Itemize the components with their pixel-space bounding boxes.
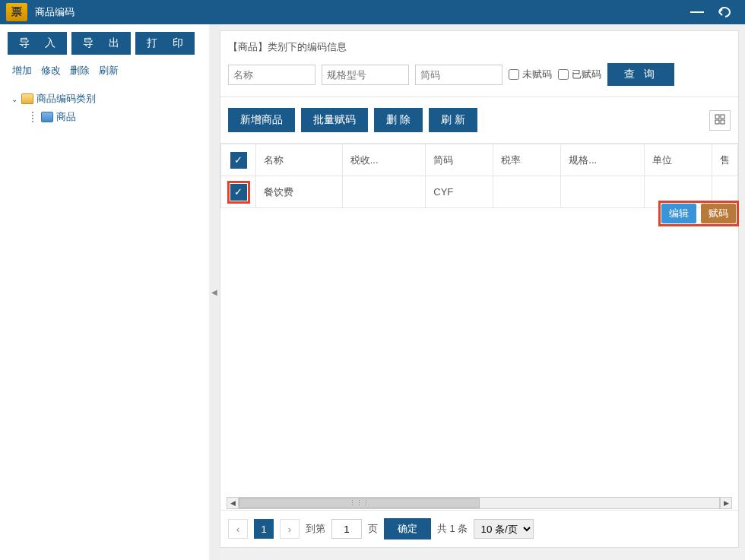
table-row[interactable]: ✓ 餐饮费 CYF [221,176,738,208]
app-logo-icon: 票 [6,3,27,21]
coded-checkbox[interactable]: 已赋码 [558,68,601,81]
per-page-select[interactable]: 10 条/页 [474,519,534,539]
link-refresh[interactable]: 刷新 [99,64,119,78]
collapse-icon[interactable]: ⌄ [11,95,18,103]
col-short[interactable]: 简码 [426,144,493,176]
titlebar: 票 商品编码 [0,0,745,24]
scroll-left-icon[interactable]: ◀ [227,497,239,509]
svg-rect-2 [721,115,724,119]
panel-title: 【商品】类别下的编码信息 [220,31,738,63]
toolbar: 新增商品 批量赋码 删 除 刷 新 [220,97,738,144]
col-name[interactable]: 名称 [256,144,343,176]
window-title: 商品编码 [35,5,684,19]
cell-short: CYF [426,176,493,208]
filter-bar: 未赋码 已赋码 查 询 [220,63,738,97]
svg-rect-4 [721,120,724,124]
cell-name: 餐饮费 [256,176,343,208]
cell-rate [493,176,561,208]
goto-label: 到第 [306,522,325,536]
scroll-right-icon[interactable]: ▶ [720,497,732,509]
link-delete[interactable]: 删除 [70,64,90,78]
add-product-button[interactable]: 新增商品 [228,108,295,132]
uncoded-checkbox[interactable]: 未赋码 [509,68,552,81]
svg-rect-1 [715,115,719,119]
filter-short-input[interactable] [415,65,502,85]
goto-input[interactable] [331,519,362,539]
col-spec[interactable]: 规格... [561,144,645,176]
product-table: ✓ 名称 税收... 简码 税率 规格... 单位 售 ✓ 餐饮费 CYF [220,144,738,208]
goto-confirm-button[interactable]: 确定 [384,518,431,539]
tree-root[interactable]: ⌄ 商品编码类别 [11,90,198,108]
total-label: 共 1 条 [437,522,468,536]
import-button[interactable]: 导 入 [8,32,67,55]
tree: ⌄ 商品编码类别 商品 [0,85,208,131]
horizontal-scrollbar[interactable]: ◀ ⋮⋮⋮ ▶ [227,496,732,510]
tree-child[interactable]: 商品 [32,108,198,126]
column-settings-button[interactable] [709,110,731,131]
cell-tax [342,176,426,208]
query-button[interactable]: 查 询 [607,63,674,86]
col-tax[interactable]: 税收... [342,144,426,176]
tree-child-label: 商品 [56,110,76,124]
tree-connector-icon [32,112,33,122]
sidebar-links: 增加 修改 删除 刷新 [0,59,208,85]
link-edit[interactable]: 修改 [41,64,61,78]
sidebar: 导 入 导 出 打 印 增加 修改 删除 刷新 ⌄ 商品编码类别 商品 [0,24,209,560]
row-checkbox[interactable]: ✓ [230,184,247,201]
minimize-button[interactable] [684,8,710,16]
next-page-button[interactable]: › [280,519,300,539]
page-suffix: 页 [368,522,378,536]
export-button[interactable]: 导 出 [71,32,131,55]
svg-rect-3 [715,120,719,124]
folder-icon [41,112,53,122]
col-unit[interactable]: 单位 [644,144,712,176]
filter-spec-input[interactable] [322,65,409,85]
back-button[interactable] [710,3,739,21]
select-all-checkbox[interactable]: ✓ [230,152,247,169]
link-add[interactable]: 增加 [12,64,32,78]
print-button[interactable]: 打 印 [135,32,195,55]
filter-name-input[interactable] [228,65,315,85]
delete-button[interactable]: 删 除 [374,108,423,132]
batch-code-button[interactable]: 批量赋码 [301,108,368,132]
splitter[interactable]: ◀ [209,24,220,560]
prev-page-button[interactable]: ‹ [228,519,248,539]
main-panel: 【商品】类别下的编码信息 未赋码 已赋码 查 询 新增商品 批量赋码 删 除 刷… [220,24,745,560]
folder-open-icon [21,93,33,104]
row-actions: 编辑 赋码 [661,204,736,223]
cell-spec [561,176,645,208]
pager: ‹ 1 › 到第 页 确定 共 1 条 10 条/页 [220,510,738,547]
tree-root-label: 商品编码类别 [36,92,96,106]
refresh-button[interactable]: 刷 新 [429,108,477,132]
col-price[interactable]: 售 [712,144,738,176]
edit-row-button[interactable]: 编辑 [661,204,696,223]
page-1-button[interactable]: 1 [254,519,274,539]
col-rate[interactable]: 税率 [493,144,561,176]
assign-code-button[interactable]: 赋码 [701,204,736,223]
